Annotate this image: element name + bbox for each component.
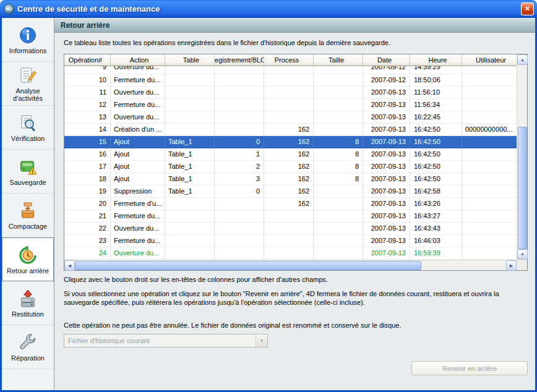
table-row[interactable]: 18AjoutTable_1316282007-09-1316:42:50 bbox=[64, 173, 517, 185]
table-row[interactable]: 21Fermeture du...2007-09-1316:43:27 bbox=[64, 210, 517, 223]
cell bbox=[314, 223, 363, 235]
table-header: Opération#ActionTableEnregistrement/BLOB… bbox=[64, 54, 517, 66]
cell bbox=[215, 111, 264, 124]
combo-arrow-button[interactable]: ▼ bbox=[256, 334, 267, 347]
scroll-down-button[interactable]: ▼ bbox=[517, 249, 528, 260]
scrollbar-corner bbox=[517, 260, 527, 270]
cell bbox=[215, 235, 264, 247]
column-header[interactable]: Date bbox=[363, 54, 410, 66]
cell bbox=[165, 99, 215, 111]
cell: Ouverture du... bbox=[111, 111, 165, 124]
cell bbox=[264, 87, 314, 99]
cell: Ouverture du... bbox=[111, 247, 165, 260]
sidebar-item-informations[interactable]: Informations bbox=[2, 18, 54, 62]
table-row[interactable]: 16AjoutTable_1116282007-09-1316:42:50 bbox=[64, 148, 517, 161]
close-button[interactable]: × bbox=[521, 2, 534, 15]
column-header[interactable]: Taille bbox=[314, 54, 363, 66]
sidebar-item-sauvegarde[interactable]: Sauvegarde bbox=[2, 150, 54, 194]
cell: 24 bbox=[64, 247, 111, 260]
table-row[interactable]: 13Ouverture du...2007-09-1316:22:45 bbox=[64, 111, 517, 124]
table-row[interactable]: 11Ouverture du...2007-09-1311:56:10 bbox=[64, 87, 517, 99]
column-header[interactable]: Action bbox=[111, 54, 165, 66]
cell bbox=[314, 124, 363, 136]
sidebar-item-verification[interactable]: Vérification bbox=[2, 106, 54, 150]
repair-icon bbox=[17, 332, 38, 353]
rollback-button[interactable]: Revenir en arrière bbox=[411, 361, 528, 375]
table-row[interactable]: 12Fermeture du...2007-09-1311:56:34 bbox=[64, 99, 517, 111]
table-row[interactable]: 9Ouverture du...2007-09-1214:39:29 bbox=[64, 66, 517, 74]
cell: Ajout bbox=[111, 173, 165, 185]
cell: 19 bbox=[64, 185, 111, 198]
activity-analysis-icon bbox=[17, 65, 38, 86]
cell bbox=[462, 223, 517, 235]
cell: 2007-09-13 bbox=[363, 111, 410, 124]
column-header[interactable]: Process bbox=[264, 54, 314, 66]
table-row[interactable]: 10Fermeture du...2007-09-1218:50:06 bbox=[64, 74, 517, 87]
cell: 16:42:50 bbox=[410, 136, 462, 148]
sidebar-item-label: Analyse d'activités bbox=[3, 87, 53, 102]
table-row[interactable]: 24Ouverture du...2007-09-1316:59:39 bbox=[64, 247, 517, 260]
cell bbox=[462, 173, 517, 185]
cell: 11 bbox=[64, 87, 111, 99]
vertical-scrollbar-thumb[interactable] bbox=[518, 127, 527, 249]
cell: 2007-09-12 bbox=[363, 74, 410, 87]
cell bbox=[165, 223, 215, 235]
table-row[interactable]: 23Fermeture du...2007-09-1316:46:03 bbox=[64, 235, 517, 247]
scroll-left-button[interactable]: ◀ bbox=[64, 260, 75, 271]
table-row[interactable]: 19SuppressionTable_101622007-09-1316:42:… bbox=[64, 185, 517, 198]
column-header[interactable]: Enregistrement/BLOB bbox=[215, 54, 264, 66]
cell: 16:22:45 bbox=[410, 111, 462, 124]
cell: 1 bbox=[215, 148, 264, 161]
cell: 13 bbox=[64, 111, 111, 124]
cell bbox=[215, 87, 264, 99]
scroll-up-button[interactable]: ▲ bbox=[517, 54, 528, 65]
sidebar-item-retour-arriere[interactable]: Retour arrière bbox=[2, 237, 54, 281]
table-row[interactable]: 17AjoutTable_1216282007-09-1316:42:50 bbox=[64, 161, 517, 173]
cell bbox=[165, 247, 215, 260]
column-header[interactable]: Heure bbox=[410, 54, 462, 66]
cell: 2007-09-13 bbox=[363, 210, 410, 223]
column-header[interactable]: Opération# bbox=[64, 54, 111, 66]
cell: 16:42:58 bbox=[410, 185, 462, 198]
cell: 2007-09-13 bbox=[363, 173, 410, 185]
log-file-dropdown[interactable]: Fichier d'historique courant ▼ bbox=[64, 334, 268, 347]
vertical-scrollbar[interactable]: ▲ ▼ bbox=[517, 54, 527, 260]
cell: 2007-09-13 bbox=[363, 247, 410, 260]
cell: 8 bbox=[314, 136, 363, 148]
cell bbox=[264, 235, 314, 247]
sidebar-item-restitution[interactable]: Restitution bbox=[2, 281, 54, 325]
cell bbox=[215, 66, 264, 74]
cell bbox=[165, 210, 215, 223]
column-header[interactable]: Table bbox=[165, 54, 215, 66]
titlebar[interactable]: 4D Centre de sécurité et de maintenance … bbox=[0, 0, 537, 18]
table-row[interactable]: 15AjoutTable_1016282007-09-1316:42:50 bbox=[64, 136, 517, 148]
cell: Création d'un ... bbox=[111, 124, 165, 136]
cell bbox=[215, 247, 264, 260]
cell bbox=[264, 74, 314, 87]
chevron-down-icon: ▼ bbox=[259, 338, 264, 344]
table-row[interactable]: 20Fermeture d'u...1622007-09-1316:43:26 bbox=[64, 198, 517, 210]
table-row[interactable]: 14Création d'un ...1622007-09-1316:42:50… bbox=[64, 124, 517, 136]
sidebar-item-label: Restitution bbox=[12, 310, 44, 318]
horizontal-scrollbar[interactable]: ◀ ▶ bbox=[64, 260, 517, 270]
cell bbox=[462, 185, 517, 198]
cell bbox=[314, 74, 363, 87]
cell bbox=[462, 111, 517, 124]
column-header[interactable]: Utilisateur bbox=[462, 54, 517, 66]
sidebar-item-reparation[interactable]: Réparation bbox=[2, 325, 54, 369]
cell: 8 bbox=[314, 148, 363, 161]
horizontal-scrollbar-thumb[interactable] bbox=[75, 261, 421, 270]
cell: 16:46:03 bbox=[410, 235, 462, 247]
backup-icon bbox=[17, 156, 38, 177]
cell: 12 bbox=[64, 99, 111, 111]
sidebar: Informations Analyse d'activités bbox=[2, 18, 54, 390]
table-row[interactable]: 22Ouverture du...2007-09-1316:43:43 bbox=[64, 223, 517, 235]
cell: 0 bbox=[215, 136, 264, 148]
sidebar-item-label: Sauvegarde bbox=[9, 179, 46, 186]
cell: 8 bbox=[314, 173, 363, 185]
sidebar-item-compactage[interactable]: Compactage bbox=[2, 194, 54, 237]
sidebar-item-analyse-activites[interactable]: Analyse d'activités bbox=[2, 62, 54, 106]
cell bbox=[264, 210, 314, 223]
scroll-right-button[interactable]: ▶ bbox=[506, 260, 517, 271]
cell: 16:42:50 bbox=[410, 124, 462, 136]
